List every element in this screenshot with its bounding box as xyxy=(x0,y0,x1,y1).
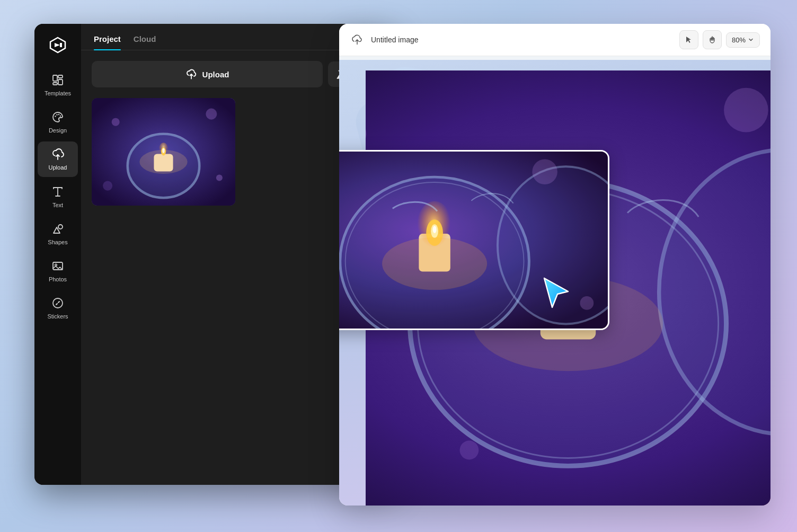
select-tool-button[interactable] xyxy=(679,30,698,49)
svg-point-23 xyxy=(103,181,112,191)
svg-point-10 xyxy=(55,264,57,266)
upload-button[interactable]: Upload xyxy=(92,61,323,87)
tab-project[interactable]: Project xyxy=(94,34,121,50)
canvas-title: Untitled image xyxy=(371,36,673,44)
svg-point-39 xyxy=(724,88,768,132)
svg-point-20 xyxy=(112,118,120,126)
svg-rect-2 xyxy=(58,79,63,85)
sidebar-item-label-templates: Templates xyxy=(45,90,71,97)
svg-point-57 xyxy=(580,296,594,310)
stickers-icon xyxy=(50,296,65,311)
media-thumbnail-candle[interactable] xyxy=(92,98,235,206)
svg-point-21 xyxy=(206,109,217,120)
svg-point-56 xyxy=(532,159,557,184)
canvas-area: Untitled image 80% xyxy=(339,24,771,506)
sidebar-item-shapes[interactable]: Shapes xyxy=(38,216,78,251)
candle-thumb-bg xyxy=(92,98,235,206)
sidebar-item-label-stickers: Stickers xyxy=(47,313,68,320)
sidebar-item-text[interactable]: Text xyxy=(38,179,78,214)
design-icon xyxy=(50,110,65,125)
upload-btn-icon xyxy=(185,68,197,80)
sidebar-item-label-shapes: Shapes xyxy=(48,239,67,246)
zoom-value: 80% xyxy=(732,36,746,44)
sidebar-item-stickers[interactable]: Stickers xyxy=(38,290,78,325)
svg-rect-1 xyxy=(58,75,63,78)
upload-btn-label: Upload xyxy=(202,70,229,79)
app-logo[interactable] xyxy=(45,32,70,58)
sidebar-item-label-text: Text xyxy=(52,202,63,209)
zoom-control[interactable]: 80% xyxy=(726,32,760,48)
svg-point-5 xyxy=(56,114,57,115)
templates-icon xyxy=(50,73,65,87)
candle-thumb-svg xyxy=(92,98,235,206)
sidebar-item-label-upload: Upload xyxy=(49,164,67,171)
hand-icon xyxy=(708,36,716,44)
sidebar-item-templates[interactable]: Templates xyxy=(38,67,78,102)
svg-point-54 xyxy=(382,237,487,290)
selected-image-frame[interactable] xyxy=(339,150,609,330)
svg-point-8 xyxy=(58,225,63,229)
canvas-background xyxy=(339,60,771,506)
canvas-topbar: Untitled image 80% xyxy=(339,24,771,56)
canvas-cloud-icon xyxy=(350,32,365,47)
sidebar-item-design[interactable]: Design xyxy=(38,104,78,139)
svg-point-42 xyxy=(459,441,479,460)
shapes-icon xyxy=(50,221,65,236)
photos-icon xyxy=(50,259,65,273)
cursor-icon xyxy=(685,36,693,44)
text-icon xyxy=(50,184,65,199)
sidebar-item-label-photos: Photos xyxy=(49,276,67,283)
tab-cloud[interactable]: Cloud xyxy=(134,34,156,50)
sidebar-item-label-design: Design xyxy=(49,127,67,134)
sidebar-item-photos[interactable]: Photos xyxy=(38,253,78,288)
sidebar-item-upload[interactable]: Upload xyxy=(38,141,78,176)
hand-tool-button[interactable] xyxy=(703,30,722,49)
svg-point-6 xyxy=(58,114,59,115)
svg-rect-3 xyxy=(53,83,57,85)
upload-icon xyxy=(50,147,65,162)
cursor-arrow-svg xyxy=(539,276,576,313)
sidebar: Templates Design xyxy=(34,24,81,485)
svg-point-53 xyxy=(433,226,437,233)
svg-rect-0 xyxy=(53,75,57,81)
svg-point-4 xyxy=(55,116,56,117)
canvas-content xyxy=(339,60,771,506)
svg-point-22 xyxy=(216,175,223,181)
chevron-down-icon xyxy=(748,37,754,43)
toolbar-right: 80% xyxy=(679,30,760,49)
svg-point-19 xyxy=(139,150,187,174)
svg-point-7 xyxy=(60,116,61,117)
